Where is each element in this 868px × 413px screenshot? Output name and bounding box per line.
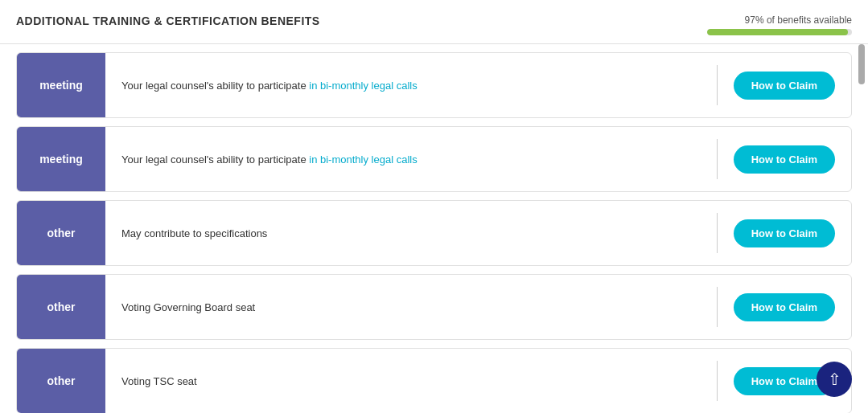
progress-bar-fill bbox=[707, 29, 848, 35]
benefit-tag-other: other bbox=[17, 275, 105, 339]
how-to-claim-button[interactable]: How to Claim bbox=[734, 293, 835, 321]
benefit-row: other May contribute to specifications H… bbox=[16, 200, 852, 266]
back-to-top-button[interactable]: ⇧ bbox=[817, 362, 852, 397]
benefit-tag-other: other bbox=[17, 349, 105, 413]
benefits-percentage-text: 97% of benefits available bbox=[745, 14, 852, 26]
how-to-claim-button[interactable]: How to Claim bbox=[734, 72, 835, 100]
claim-btn-area: How to Claim bbox=[718, 219, 851, 247]
back-to-top-icon: ⇧ bbox=[828, 370, 841, 389]
benefit-description: Voting TSC seat bbox=[105, 363, 717, 399]
benefit-description: Your legal counsel's ability to particip… bbox=[105, 67, 717, 104]
progress-bar-container bbox=[707, 29, 852, 35]
page-header: ADDITIONAL TRAINING & CERTIFICATION BENE… bbox=[0, 0, 868, 44]
claim-btn-area: How to Claim bbox=[718, 145, 851, 174]
content-area: meeting Your legal counsel's ability to … bbox=[0, 44, 868, 413]
benefit-tag-meeting: meeting bbox=[17, 53, 105, 117]
highlight-text: in bi-monthly legal calls bbox=[309, 153, 417, 166]
benefit-description: Your legal counsel's ability to particip… bbox=[105, 141, 717, 178]
how-to-claim-button[interactable]: How to Claim bbox=[734, 219, 835, 247]
benefit-row: other Voting Governing Board seat How to… bbox=[16, 274, 852, 340]
benefit-tag-other: other bbox=[17, 201, 105, 265]
benefit-row: meeting Your legal counsel's ability to … bbox=[16, 126, 852, 192]
claim-btn-area: How to Claim bbox=[718, 293, 851, 321]
benefit-row: other Voting TSC seat How to Claim bbox=[16, 348, 852, 413]
page-title: ADDITIONAL TRAINING & CERTIFICATION BENE… bbox=[16, 14, 320, 27]
how-to-claim-button[interactable]: How to Claim bbox=[734, 145, 835, 174]
benefit-tag-meeting: meeting bbox=[17, 127, 105, 191]
highlight-text: in bi-monthly legal calls bbox=[309, 80, 417, 92]
benefits-info: 97% of benefits available bbox=[707, 14, 852, 35]
benefit-description: May contribute to specifications bbox=[105, 215, 717, 251]
scrollbar-thumb[interactable] bbox=[858, 44, 865, 84]
claim-btn-area: How to Claim bbox=[718, 72, 851, 100]
benefit-description: Voting Governing Board seat bbox=[105, 289, 717, 325]
benefit-row: meeting Your legal counsel's ability to … bbox=[16, 52, 852, 118]
